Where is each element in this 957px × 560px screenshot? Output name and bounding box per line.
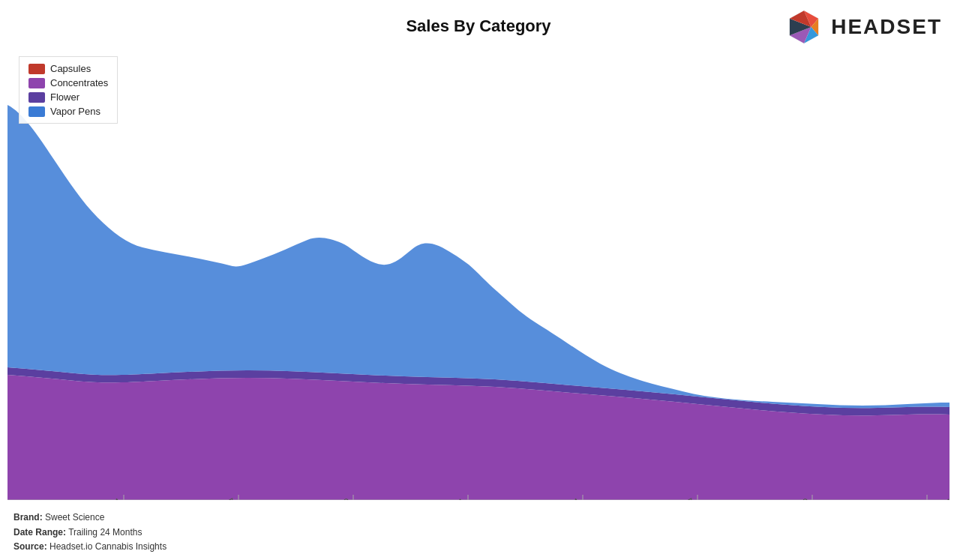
source-label: Source: — [14, 541, 47, 552]
footer-info: Brand: Sweet Science Date Range: Trailin… — [14, 511, 166, 554]
legend-label-capsules: Capsules — [50, 63, 91, 74]
legend-swatch-concentrates — [28, 78, 45, 88]
legend-item-vapor-pens: Vapor Pens — [28, 106, 108, 117]
chart-svg: 2023-04 2023-07 2023-10 2024-01 2024-04 … — [8, 45, 950, 500]
legend-label-concentrates: Concentrates — [50, 77, 108, 88]
source-value: Headset.io Cannabis Insights — [50, 541, 166, 552]
legend-swatch-flower — [28, 92, 45, 103]
chart-area: 2023-04 2023-07 2023-10 2024-01 2024-04 … — [8, 45, 950, 500]
date-range-value: Trailing 24 Months — [68, 527, 142, 538]
brand-value: Sweet Science — [45, 512, 104, 523]
chart-legend: Capsules Concentrates Flower Vapor Pens — [19, 56, 118, 124]
legend-swatch-capsules — [28, 64, 45, 74]
footer-brand: Brand: Sweet Science — [14, 511, 166, 525]
legend-label-vapor-pens: Vapor Pens — [50, 106, 100, 117]
legend-item-capsules: Capsules — [28, 63, 108, 74]
page-container: HEADSET Sales By Category Capsules Conce… — [0, 0, 957, 560]
footer-date-range: Date Range: Trailing 24 Months — [14, 526, 166, 540]
chart-title: Sales By Category — [0, 16, 957, 36]
brand-label: Brand: — [14, 512, 43, 523]
legend-item-flower: Flower — [28, 91, 108, 103]
legend-label-flower: Flower — [50, 91, 80, 103]
legend-item-concentrates: Concentrates — [28, 77, 108, 88]
footer-source: Source: Headset.io Cannabis Insights — [14, 540, 166, 554]
legend-swatch-vapor-pens — [28, 106, 45, 117]
date-range-label: Date Range: — [14, 527, 66, 538]
